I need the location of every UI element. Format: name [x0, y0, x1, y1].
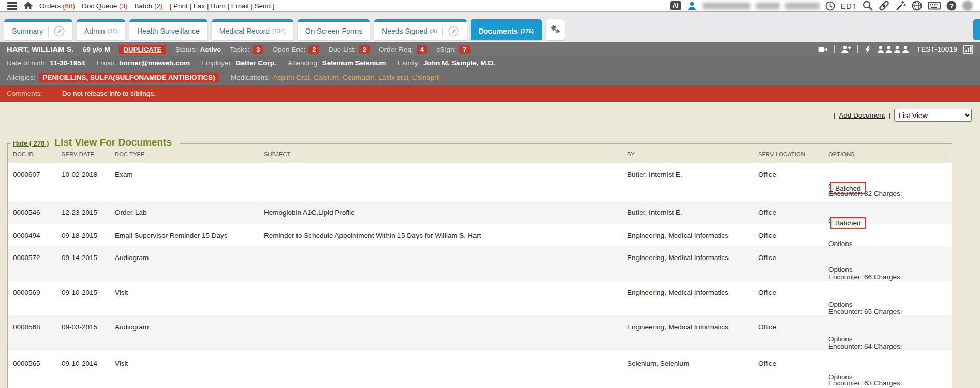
documents-list-panel: Hide ( 276 ) List View For Documents DOC… — [7, 143, 952, 388]
popout-arrow-icon[interactable] — [48, 26, 65, 37]
allergies-label: Allergies: — [7, 74, 36, 81]
separator: | — [888, 111, 890, 119]
order-req-label: Order Req: — [379, 46, 413, 53]
due-list-label: Due List: — [328, 46, 355, 53]
batch-action-burn[interactable]: Burn — [211, 2, 231, 10]
medication-link[interactable]: Lasix oral — [378, 74, 412, 81]
tab-documents[interactable]: Documents (276) — [471, 19, 542, 40]
serv-location: Office — [758, 254, 776, 262]
open-enc-badge[interactable]: 2 — [308, 45, 319, 54]
batch-action-print[interactable]: Print — [173, 2, 194, 10]
redacted-username-2 — [756, 3, 780, 9]
menu-orders[interactable]: Orders (68) — [39, 2, 75, 10]
patient-demographics-row: Date of birth:11-30-1954 Email:horner@mi… — [0, 56, 980, 69]
col-doc-type[interactable]: DOC TYPE — [115, 151, 145, 157]
col-subject[interactable]: SUBJECT — [264, 151, 291, 157]
options-link[interactable]: Options — [828, 266, 853, 274]
doc-row[interactable]: 0000607 10-02-2018 Exam Butler, Internis… — [8, 163, 952, 201]
user-icon[interactable] — [687, 1, 697, 11]
separator: | — [834, 111, 836, 119]
batch-action-email[interactable]: Email — [231, 2, 255, 10]
help-icon[interactable]: ? — [946, 1, 957, 11]
doc-row[interactable]: 0000494 09-18-2015 Email Supervisor Remi… — [8, 224, 952, 246]
allergies-badge[interactable]: PENICILLINS, SULFA(SULFONAMIDE ANTIBIOTI… — [39, 73, 219, 82]
encounter-link[interactable]: Encounter: 82 Charges: — [828, 190, 902, 197]
open-enc-label: Open Enc: — [272, 46, 305, 53]
tab-health-surveillance[interactable]: Health Surveillance — [129, 19, 207, 40]
tab-summary[interactable]: Summary — [4, 19, 72, 40]
lightning-icon[interactable] — [864, 45, 871, 54]
user-avatar-blurred[interactable] — [962, 1, 973, 11]
medications-label: Medications: — [231, 74, 270, 81]
doc-row[interactable]: 0000565 09-10-2014 Visit Selenium, Selen… — [8, 350, 952, 388]
doc-type: Visit — [115, 360, 128, 367]
encounter-link[interactable]: Encounter: 65 Charges: — [828, 308, 902, 315]
col-serv-date[interactable]: SERV DATE — [62, 151, 94, 157]
col-serv-location[interactable]: SERV LOCATION — [758, 151, 805, 157]
doc-row[interactable]: 0000568 09-03-2015 Audiogram Engineering… — [8, 315, 952, 350]
clock-icon[interactable] — [825, 1, 835, 11]
group-icon[interactable] — [877, 46, 910, 53]
encounter-link[interactable]: Encounter: 64 Charges: — [828, 342, 902, 350]
document-view-select[interactable]: List View — [894, 109, 972, 122]
doc-by: Engineering, Medical Informatics — [627, 254, 729, 262]
popout-arrow-icon[interactable] — [442, 26, 459, 37]
doc-row[interactable]: 0000572 09-14-2015 Audiogram Engineering… — [8, 246, 952, 281]
doc-by: Butler, Internist E. — [627, 170, 682, 178]
medication-link[interactable]: Lisinopril — [412, 74, 439, 81]
medication-link[interactable]: Calcium — [314, 74, 343, 81]
medication-link[interactable]: Aspirin Oral — [273, 74, 314, 81]
tab-summary-label: Summary — [12, 27, 43, 35]
magic-wand-icon[interactable] — [895, 1, 906, 11]
add-person-icon[interactable] — [841, 45, 851, 54]
hamburger-menu-icon[interactable] — [7, 2, 17, 10]
tab-admin-label: Admin — [84, 27, 105, 35]
esign-badge[interactable]: 7 — [459, 45, 470, 54]
tab-on-screen-forms-label: On Screen Forms — [305, 27, 362, 35]
link-icon[interactable] — [879, 1, 889, 11]
search-icon[interactable] — [863, 1, 873, 11]
batch-action-fax[interactable]: Fax — [194, 2, 211, 10]
globe-icon[interactable] — [912, 1, 922, 11]
tab-settings-button[interactable] — [546, 19, 565, 40]
doc-type: Order-Lab — [115, 209, 147, 217]
doc-row[interactable]: 0000569 09-10-2015 Visit Engineering, Me… — [8, 281, 952, 315]
serv-date: 12-23-2015 — [62, 209, 97, 217]
tab-needs-signed[interactable]: Needs Signed (9) — [374, 19, 466, 40]
encounter-link[interactable]: Encounter: 66 Charges: — [828, 273, 902, 281]
keyboard-icon[interactable] — [928, 1, 941, 10]
video-camera-icon[interactable] — [818, 46, 828, 53]
open-enc-counter: Open Enc: 2 — [272, 45, 319, 54]
doc-id: 0000494 — [13, 232, 40, 239]
tab-medical-record[interactable]: Medical Record (154) — [212, 19, 293, 40]
batch-action-send[interactable]: Send — [255, 2, 271, 10]
tab-on-screen-forms[interactable]: On Screen Forms — [298, 19, 370, 40]
doc-row[interactable]: 0000546 12-23-2015 Order-Lab Hemoglobin … — [8, 201, 952, 224]
serv-date: 09-03-2015 — [62, 323, 97, 331]
options-link[interactable]: Options — [828, 335, 853, 343]
medications-list: Aspirin OralCalciumCoumadinLasix oralLis… — [273, 74, 440, 81]
tab-admin[interactable]: Admin (36) — [77, 19, 125, 40]
home-icon[interactable] — [24, 2, 33, 10]
tasks-badge[interactable]: 3 — [253, 45, 263, 54]
col-by[interactable]: BY — [627, 151, 635, 157]
col-doc-id[interactable]: DOC ID — [13, 151, 34, 157]
chart-id: TEST-10019 — [916, 45, 957, 53]
tab-overflow-button[interactable] — [973, 19, 980, 40]
col-options[interactable]: OPTIONS — [828, 151, 855, 157]
bar-chart-icon[interactable] — [963, 45, 973, 54]
order-req-badge[interactable]: 4 — [417, 45, 427, 54]
ai-assistant-button[interactable]: AI — [670, 1, 681, 10]
medication-link[interactable]: Coumadin — [343, 74, 378, 81]
encounter-link[interactable]: Encounter: 63 Charges: — [828, 379, 902, 387]
svg-text:?: ? — [949, 2, 954, 10]
options-link[interactable]: Options — [828, 300, 853, 308]
documents-column-headers: DOC ID SERV DATE DOC TYPE SUBJECT BY SER… — [8, 144, 952, 163]
add-document-link[interactable]: Add Document — [839, 111, 885, 119]
due-list-badge[interactable]: 2 — [359, 45, 370, 54]
duplicate-badge[interactable]: DUPLICATE — [119, 45, 166, 54]
menu-batch[interactable]: Batch (2) — [135, 2, 163, 10]
menu-doc-queue[interactable]: Doc Queue (3) — [82, 2, 128, 10]
dob-value: 11-30-1954 — [50, 59, 85, 67]
menu-doc-queue-label: Doc Queue — [82, 2, 117, 10]
